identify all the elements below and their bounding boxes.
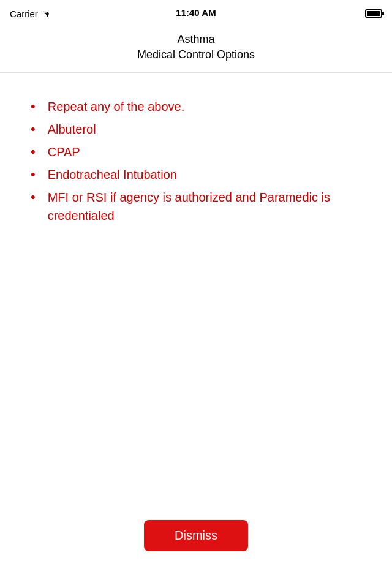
page-subtitle: Medical Control Options (12, 47, 380, 62)
bullet-dot: • (31, 188, 36, 207)
status-carrier: Carrier (10, 9, 53, 19)
bullet-list: •Repeat any of the above.•Albuterol•CPAP… (31, 97, 374, 224)
dismiss-button[interactable]: Dismiss (144, 520, 248, 551)
list-item: •Endotracheal Intubation (31, 165, 374, 184)
list-item: •CPAP (31, 143, 374, 162)
wifi-icon (42, 9, 53, 18)
status-time: 11:40 AM (176, 7, 216, 18)
page-title: Asthma (12, 32, 380, 47)
svg-point-0 (47, 15, 48, 17)
bullet-text: Albuterol (48, 120, 374, 138)
battery-icon (365, 9, 382, 18)
bullet-dot: • (31, 143, 36, 162)
bullet-text: CPAP (48, 143, 374, 161)
page-header: Asthma Medical Control Options (0, 27, 392, 73)
status-bar: Carrier 11:40 AM (0, 0, 392, 27)
list-item: •Repeat any of the above. (31, 97, 374, 116)
bullet-text: Endotracheal Intubation (48, 165, 374, 184)
bullet-dot: • (31, 97, 36, 116)
list-item: •Albuterol (31, 120, 374, 139)
battery-fill (367, 11, 380, 16)
status-battery (365, 9, 382, 18)
dismiss-container: Dismiss (144, 520, 248, 551)
carrier-label: Carrier (10, 9, 38, 19)
list-item: •MFI or RSI if agency is authorized and … (31, 188, 374, 225)
bullet-dot: • (31, 120, 36, 139)
bullet-text: Repeat any of the above. (48, 97, 374, 116)
content-area: •Repeat any of the above.•Albuterol•CPAP… (0, 73, 392, 240)
bullet-dot: • (31, 165, 36, 184)
bullet-text: MFI or RSI if agency is authorized and P… (48, 188, 374, 225)
